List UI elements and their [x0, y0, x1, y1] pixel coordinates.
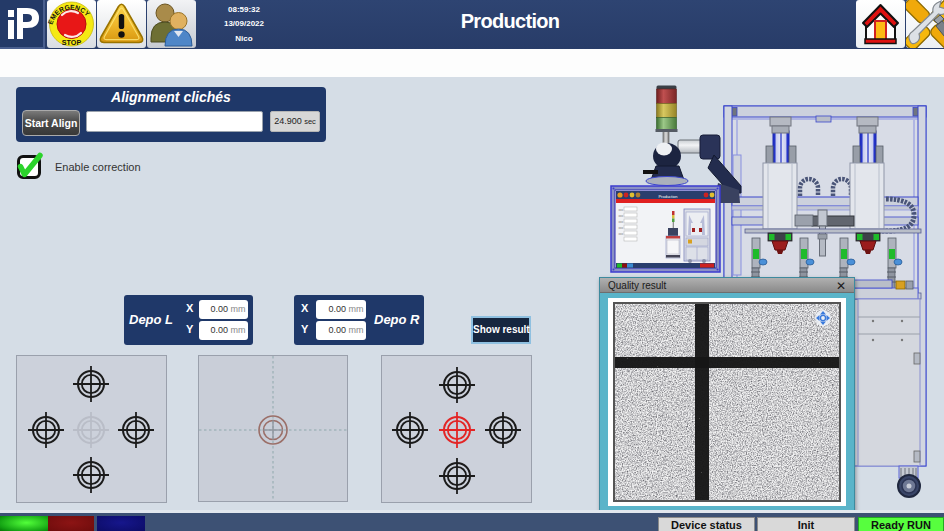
svg-text:STOP: STOP — [62, 38, 82, 47]
svg-text:xxx: xxx — [619, 220, 624, 224]
svg-text:Production: Production — [658, 194, 677, 199]
svg-text:xxx: xxx — [619, 208, 624, 212]
svg-text:xxx: xxx — [619, 226, 624, 230]
svg-text:xxx: xxx — [619, 214, 624, 218]
svg-text:xxx: xxx — [619, 232, 624, 236]
